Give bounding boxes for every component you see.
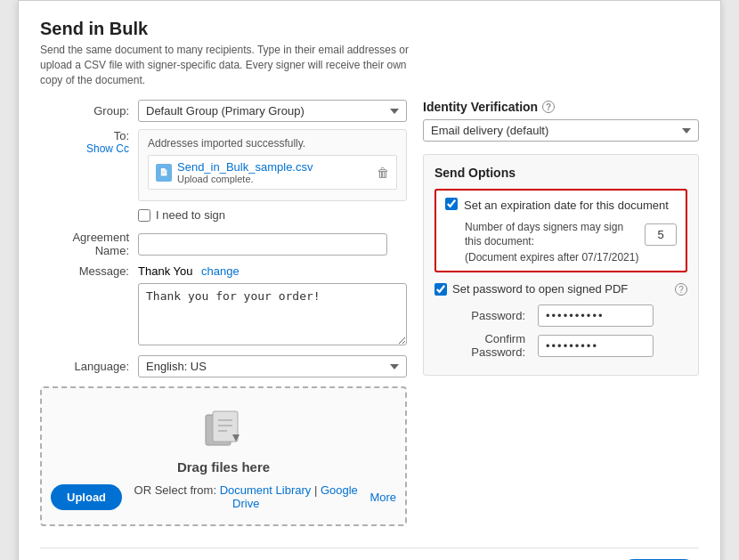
upload-options: OR Select from: Document Library | Googl…	[129, 483, 362, 510]
agreement-name-label: Agreement Name:	[40, 231, 138, 257]
message-change-link[interactable]: change	[201, 264, 240, 278]
dialog-title: Send in Bulk	[40, 19, 699, 39]
agreement-name-input[interactable]	[138, 233, 387, 256]
right-panel: Identity Verification ? Email delivery (…	[423, 100, 699, 535]
expiry-days-text: Number of days signers may sign this doc…	[465, 220, 637, 250]
delete-file-button[interactable]: 🗑	[377, 166, 389, 180]
confirm-password-input[interactable]	[538, 335, 654, 357]
password-label: Set password to open signed PDF	[452, 281, 628, 297]
i-need-to-sign-label: I need to sign	[156, 208, 225, 222]
upload-row: Upload OR Select from: Document Library …	[51, 483, 396, 510]
file-info: 📄 Send_in_Bulk_sample.csv Upload complet…	[156, 160, 313, 184]
language-control: English: US	[138, 355, 407, 377]
drop-zone-text: Drag files here	[51, 459, 396, 475]
language-select[interactable]: English: US	[138, 355, 407, 377]
password-input[interactable]	[538, 304, 654, 327]
identity-help-icon[interactable]: ?	[542, 101, 555, 113]
to-label-area: To: Show Cc	[40, 129, 138, 155]
dialog-description: Send the same document to many recipient…	[40, 43, 432, 87]
expiry-checkbox[interactable]	[445, 198, 458, 210]
expiry-note: (Document expires after 07/17/2021)	[465, 251, 677, 264]
upload-button[interactable]: Upload	[51, 484, 122, 510]
confirm-password-row: Confirm Password:	[434, 332, 687, 359]
language-row: Language: English: US	[40, 355, 407, 377]
file-name: Send_in_Bulk_sample.csv	[177, 160, 313, 174]
group-row: Group: Default Group (Primary Group)	[40, 100, 407, 122]
send-options-box: Send Options Set an expiration date for …	[423, 154, 699, 376]
message-default: Thank You change	[138, 264, 240, 278]
send-options-title: Send Options	[434, 166, 687, 180]
message-body-row: Thank you for your order!	[40, 283, 407, 348]
to-label: To:	[40, 129, 129, 142]
drop-files-icon	[200, 406, 247, 452]
message-textarea[interactable]: Thank you for your order!	[138, 283, 407, 345]
csv-file-icon: 📄	[156, 164, 172, 182]
expiry-option-row: Set an expiration date for this document	[445, 198, 677, 214]
upload-success-message: Addresses imported successfully.	[148, 137, 397, 150]
message-label-row: Message: Thank You change	[40, 264, 407, 278]
more-link[interactable]: More	[370, 491, 396, 504]
agreement-name-control	[138, 233, 407, 256]
group-select[interactable]: Default Group (Primary Group)	[138, 100, 407, 122]
group-label: Group:	[40, 104, 138, 118]
password-section: Set password to open signed PDF ? Passwo…	[434, 281, 687, 359]
i-need-to-sign-row: I need to sign	[138, 208, 407, 222]
file-row: 📄 Send_in_Bulk_sample.csv Upload complet…	[148, 155, 397, 190]
identity-title: Identity Verification ?	[423, 100, 699, 114]
password-checkbox[interactable]	[434, 283, 447, 296]
send-in-bulk-dialog: Send in Bulk Send the same document to m…	[18, 0, 721, 560]
drop-zone[interactable]: Drag files here Upload OR Select from: D…	[40, 386, 407, 526]
identity-select[interactable]: Email delivery (default)	[423, 119, 699, 142]
file-status: Upload complete.	[177, 174, 313, 184]
message-label: Message:	[40, 264, 138, 278]
confirm-password-label: Confirm Password:	[434, 332, 532, 359]
document-library-link[interactable]: Document Library	[220, 483, 312, 497]
to-row: To: Show Cc Addresses imported successfu…	[40, 129, 407, 201]
expiry-days-row: Number of days signers may sign this doc…	[465, 220, 677, 250]
days-input[interactable]	[645, 223, 677, 246]
dialog-footer: Preview, position signatures or add form…	[40, 548, 699, 560]
password-field-label: Password:	[434, 309, 532, 322]
left-panel: Group: Default Group (Primary Group) To:…	[40, 100, 407, 535]
upload-area: Addresses imported successfully. 📄 Send_…	[138, 129, 407, 201]
password-help-icon[interactable]: ?	[675, 283, 687, 296]
i-need-to-sign-checkbox[interactable]	[138, 209, 150, 222]
language-label: Language:	[40, 360, 138, 373]
password-row: Password:	[434, 304, 687, 327]
expiry-section: Set an expiration date for this document…	[434, 189, 687, 272]
expiry-label: Set an expiration date for this document	[464, 198, 669, 214]
message-textarea-wrap: Thank you for your order!	[138, 283, 407, 348]
expiry-details: Number of days signers may sign this doc…	[465, 220, 677, 264]
password-option-row: Set password to open signed PDF ?	[434, 281, 687, 297]
agreement-name-row: Agreement Name:	[40, 231, 407, 257]
show-cc-link[interactable]: Show Cc	[40, 142, 129, 155]
identity-section: Identity Verification ? Email delivery (…	[423, 100, 699, 142]
group-control: Default Group (Primary Group)	[138, 100, 407, 122]
